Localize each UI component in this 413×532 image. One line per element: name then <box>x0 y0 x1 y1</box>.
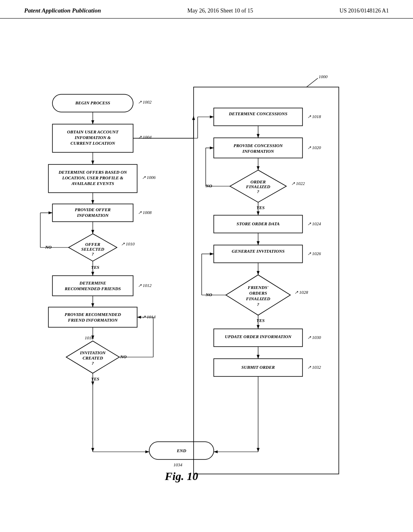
label-1010: ↗ 1010 <box>121 241 135 246</box>
svg-text:DETERMINE CONCESSIONS: DETERMINE CONCESSIONS <box>228 111 287 116</box>
svg-text:NO: NO <box>120 354 127 359</box>
svg-text:INFORMATION: INFORMATION <box>242 149 274 154</box>
svg-text:STORE ORDER DATA: STORE ORDER DATA <box>237 221 280 226</box>
svg-text:INFORMATION &: INFORMATION & <box>74 135 111 140</box>
node-1020 <box>214 138 302 158</box>
label-1022: ↗ 1022 <box>291 181 305 186</box>
svg-text:?: ? <box>92 251 94 256</box>
svg-text:BEGIN PROCESS: BEGIN PROCESS <box>75 100 111 105</box>
svg-text:NO: NO <box>205 183 212 188</box>
svg-text:FRIENDS': FRIENDS' <box>247 285 268 290</box>
label-1018: ↗ 1018 <box>307 114 321 119</box>
header-date-sheet: May 26, 2016 Sheet 10 of 15 <box>188 8 253 14</box>
svg-text:YES: YES <box>91 376 99 381</box>
svg-text:OFFER: OFFER <box>85 242 100 247</box>
svg-text:GENERATE INVITATIONS: GENERATE INVITATIONS <box>232 249 284 254</box>
figure-caption: Fig. 10 <box>165 470 198 482</box>
label-1030: ↗ 1030 <box>307 335 321 340</box>
svg-text:SELECTED: SELECTED <box>81 247 104 251</box>
svg-text:CREATED: CREATED <box>83 355 103 360</box>
svg-text:PROVIDE RECOMMENDED: PROVIDE RECOMMENDED <box>65 312 121 317</box>
svg-text:AVAILABLE EVENTS: AVAILABLE EVENTS <box>71 181 114 186</box>
svg-text:DETERMINE: DETERMINE <box>79 281 106 285</box>
svg-text:YES: YES <box>257 205 265 210</box>
label-1008: ↗ 1008 <box>138 210 152 215</box>
svg-text:ORDER: ORDER <box>250 179 266 184</box>
svg-text:FINALIZED: FINALIZED <box>246 184 270 189</box>
svg-text:LOCATION, USER PROFILE &: LOCATION, USER PROFILE & <box>62 175 123 180</box>
svg-text:SUBMIT ORDER: SUBMIT ORDER <box>242 365 275 370</box>
label-1016: 1016 <box>85 335 94 340</box>
flowchart-svg: 1000 BEGIN PROCESS ↗ 1002 OBTAIN USER AC… <box>0 19 413 494</box>
node-1026 <box>214 245 302 263</box>
label-1002: ↗ 1002 <box>138 100 152 104</box>
svg-text:FRIEND INFORMATION: FRIEND INFORMATION <box>67 318 118 322</box>
label-1026: ↗ 1026 <box>307 251 321 256</box>
svg-text:OBTAIN USER ACCOUNT: OBTAIN USER ACCOUNT <box>67 129 119 134</box>
svg-text:UPDATE ORDER INFORMATION: UPDATE ORDER INFORMATION <box>225 334 292 339</box>
header-patent-number: US 2016/0148126 A1 <box>340 8 389 14</box>
svg-text:END: END <box>176 448 186 453</box>
svg-text:?: ? <box>257 302 259 307</box>
svg-text:INFORMATION: INFORMATION <box>77 213 109 218</box>
svg-text:?: ? <box>257 189 259 194</box>
svg-text:RECOMMENDED FRIENDS: RECOMMENDED FRIENDS <box>64 286 121 291</box>
header-publication-type: Patent Application Publication <box>24 7 101 14</box>
label-1024: ↗ 1024 <box>307 221 321 226</box>
svg-text:INVITATION: INVITATION <box>79 350 106 355</box>
label-1004: ↗ 1004 <box>138 135 152 139</box>
label-1014: ↗ 1014 <box>142 314 156 319</box>
svg-text:ORDERS: ORDERS <box>249 291 267 295</box>
label-1028: ↗ 1028 <box>294 290 308 295</box>
label-1000: 1000 <box>319 74 328 79</box>
label-1032: ↗ 1032 <box>307 365 321 370</box>
label-1020: ↗ 1020 <box>307 145 321 150</box>
flowchart-container: 1000 BEGIN PROCESS ↗ 1002 OBTAIN USER AC… <box>0 19 413 494</box>
svg-line-1 <box>307 78 318 87</box>
svg-text:CURRENT LOCATION: CURRENT LOCATION <box>71 141 115 145</box>
page-header: Patent Application Publication May 26, 2… <box>0 0 413 19</box>
svg-text:DETERMINE OFFERS BASED ON: DETERMINE OFFERS BASED ON <box>58 170 127 175</box>
label-end: 1034 <box>173 462 183 467</box>
svg-text:?: ? <box>92 361 94 366</box>
svg-text:NO: NO <box>45 245 52 249</box>
svg-text:YES: YES <box>257 318 265 323</box>
svg-text:YES: YES <box>91 265 99 270</box>
svg-text:PROVIDE OFFER: PROVIDE OFFER <box>75 207 111 212</box>
label-1012: ↗ 1012 <box>138 283 152 288</box>
svg-text:NO: NO <box>205 292 212 297</box>
label-1006: ↗ 1006 <box>142 175 156 180</box>
svg-text:FINALIZED: FINALIZED <box>246 296 270 301</box>
svg-text:PROVIDE CONCESSION: PROVIDE CONCESSION <box>234 143 283 148</box>
